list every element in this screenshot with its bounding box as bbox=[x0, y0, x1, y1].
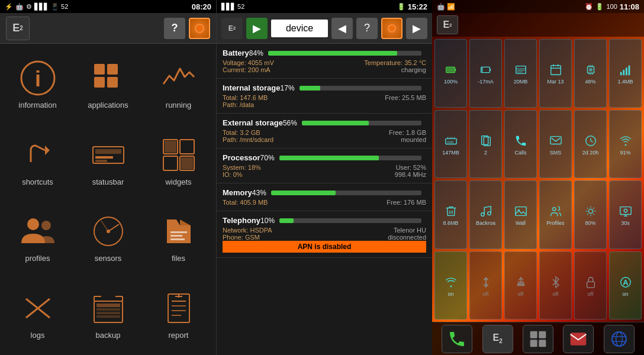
widget-calendar[interactable]: Mar 13 bbox=[539, 39, 572, 108]
shortcuts-icon bbox=[19, 136, 57, 174]
svg-point-101 bbox=[624, 209, 627, 213]
grid-item-profiles[interactable]: profiles bbox=[5, 202, 70, 274]
grid-item-backup[interactable]: backup bbox=[75, 279, 141, 351]
toggle-lock[interactable]: off bbox=[574, 251, 607, 320]
app-logo-mid: E2 bbox=[221, 18, 243, 39]
grid-item-logs[interactable]: logs bbox=[5, 279, 70, 351]
svg-rect-86 bbox=[515, 207, 526, 216]
grid-item-running[interactable]: running bbox=[146, 49, 211, 121]
shortcuts-label: shortcuts bbox=[22, 178, 53, 186]
proc-system: System: 18% bbox=[223, 164, 261, 171]
tel-status: disconnected bbox=[388, 234, 426, 241]
right-alarm-icon: ⏰ bbox=[585, 3, 593, 11]
toggle-a-label: on bbox=[622, 291, 628, 297]
widget-cpu[interactable]: 48% bbox=[574, 39, 607, 108]
grid-item-files[interactable]: files bbox=[146, 202, 211, 274]
svg-line-83 bbox=[591, 141, 593, 142]
widget-sms-label: SMS bbox=[550, 150, 562, 156]
toggle-bluetooth[interactable]: off bbox=[539, 251, 572, 320]
dock-browser[interactable] bbox=[604, 325, 635, 353]
widget-trash-label: 8.6MB bbox=[443, 220, 458, 226]
play-button[interactable]: ▶ bbox=[246, 18, 268, 39]
applications-label: applications bbox=[88, 101, 128, 109]
svg-rect-80 bbox=[550, 136, 561, 144]
settings-mid-button[interactable] bbox=[381, 18, 402, 39]
dock-multiwindow[interactable] bbox=[523, 325, 553, 353]
svg-rect-68 bbox=[620, 72, 622, 76]
information-label: information bbox=[18, 101, 56, 109]
ram-widget-icon: RAM bbox=[443, 133, 459, 149]
svg-line-23 bbox=[108, 224, 119, 231]
toggle-usb-icon bbox=[513, 274, 529, 291]
svg-rect-47 bbox=[455, 69, 456, 71]
calendar-widget-icon bbox=[548, 62, 564, 78]
toggle-lock-icon bbox=[582, 274, 599, 291]
svg-rect-31 bbox=[96, 304, 120, 307]
device-info-scroll[interactable]: Battery 84% Voltage: 4055 mV Temperature… bbox=[217, 44, 432, 355]
svg-point-84 bbox=[481, 213, 484, 217]
grid-item-sensors[interactable]: sensors bbox=[75, 202, 141, 274]
widget-screen[interactable]: 30s bbox=[609, 180, 642, 249]
grid-item-report[interactable]: report bbox=[146, 279, 211, 351]
svg-rect-25 bbox=[170, 231, 187, 233]
dock-phone[interactable] bbox=[442, 325, 472, 353]
settings-button[interactable] bbox=[189, 18, 210, 39]
widget-grid: 100% -17mA 20MB Mar 13 bbox=[432, 37, 644, 322]
nav-back-button[interactable]: ◀ bbox=[331, 18, 353, 39]
widget-current[interactable]: -17mA bbox=[469, 39, 502, 108]
widget-ram[interactable]: RAM 147MB bbox=[434, 110, 467, 179]
svg-rect-18 bbox=[181, 157, 193, 169]
grid-item-statusbar[interactable]: statusbar bbox=[75, 125, 141, 198]
widget-brightness[interactable]: 80% bbox=[574, 180, 607, 249]
widget-trash[interactable]: 8.6MB bbox=[434, 180, 467, 249]
running-icon bbox=[160, 59, 198, 97]
svg-line-94 bbox=[593, 214, 594, 215]
widget-ram-label: 147MB bbox=[442, 150, 459, 156]
toggle-usb-label: off bbox=[518, 291, 524, 297]
processor-title: Processor bbox=[223, 153, 260, 162]
widgets-label: widgets bbox=[165, 178, 191, 186]
dock-e2[interactable]: E2 bbox=[482, 325, 513, 353]
device-title: device bbox=[271, 20, 328, 37]
widget-clock[interactable]: 2d 20h bbox=[574, 110, 607, 179]
proc-freq: 998.4 MHz bbox=[395, 171, 426, 178]
main-grid: i information applications bbox=[0, 44, 216, 355]
nav-forward-button[interactable]: ▶ bbox=[406, 18, 427, 39]
profiles-label: profiles bbox=[25, 254, 50, 263]
toggle-usb[interactable]: off bbox=[504, 251, 537, 320]
grid-item-information[interactable]: i information bbox=[5, 49, 70, 121]
widget-sms[interactable]: SMS bbox=[539, 110, 572, 179]
svg-point-112 bbox=[612, 332, 626, 346]
help-mid-button[interactable]: ? bbox=[356, 18, 378, 39]
report-label: report bbox=[169, 331, 189, 340]
dock-gmail[interactable] bbox=[563, 325, 594, 353]
right-header: E2 bbox=[432, 13, 644, 37]
grid-item-shortcuts[interactable]: shortcuts bbox=[5, 125, 70, 198]
android-icon: 🤖 bbox=[15, 3, 24, 11]
widget-calls[interactable]: Calls bbox=[504, 110, 537, 179]
music-widget-icon bbox=[478, 203, 494, 220]
toggle-data[interactable]: off bbox=[469, 251, 502, 320]
internal-total: Total: 147.6 MB bbox=[223, 94, 268, 101]
svg-rect-110 bbox=[539, 340, 546, 347]
widget-music[interactable]: Backroa bbox=[469, 180, 502, 249]
widget-signal-label: 1.4MB bbox=[617, 79, 633, 85]
widget-signal[interactable]: 1.4MB bbox=[609, 39, 642, 108]
widget-pages[interactable]: 2 bbox=[469, 110, 502, 179]
toggle-data-label: off bbox=[483, 291, 489, 297]
grid-item-applications[interactable]: applications bbox=[75, 49, 141, 121]
battery-title: Battery bbox=[223, 49, 249, 57]
help-button[interactable]: ? bbox=[164, 18, 185, 39]
right-time: 11:08 bbox=[620, 2, 639, 11]
cpu-widget-icon bbox=[582, 62, 599, 78]
toggle-wifi[interactable]: on bbox=[434, 251, 467, 320]
svg-rect-109 bbox=[530, 340, 537, 347]
widget-storage[interactable]: 20MB bbox=[504, 39, 537, 108]
toggle-a[interactable]: A on bbox=[609, 251, 642, 320]
widget-wifi[interactable]: 91% bbox=[609, 110, 642, 179]
right-status-bar: 🤖 📶 ⏰ 🔋 100 11:08 bbox=[432, 0, 644, 13]
widget-battery[interactable]: 100% bbox=[434, 39, 467, 108]
grid-item-widgets[interactable]: widgets bbox=[146, 125, 211, 198]
widget-profiles[interactable]: Profiles bbox=[539, 180, 572, 249]
widget-wallpaper[interactable]: Wall bbox=[504, 180, 537, 249]
